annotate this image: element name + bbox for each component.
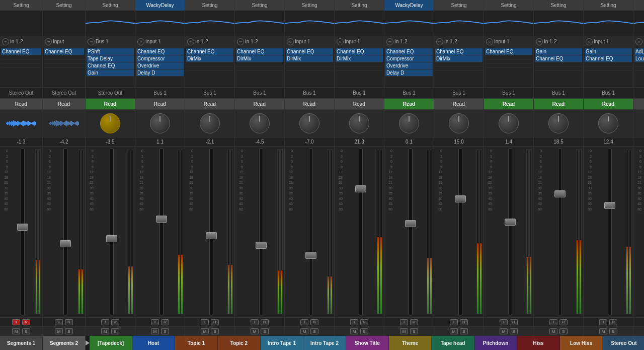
i-button-theme[interactable]: I [450,319,458,325]
r-button-theme[interactable]: R [460,319,468,325]
label-tapedeck[interactable]: [Tapedeck] [90,336,132,350]
plugin-item[interactable]: Compressor [136,55,184,62]
plugin-item[interactable]: Compressor [385,55,433,62]
fader-area-hiss[interactable]: 03691218213035404560 [584,147,633,318]
plugin-item[interactable]: Channel EQ [585,55,632,62]
read-button-seg1[interactable]: Read [0,99,42,110]
r-button-host[interactable]: R [161,319,169,325]
knob-topic1[interactable] [200,113,220,133]
plugin-item[interactable]: Gain [535,48,582,55]
mute-button-seg2[interactable]: M [55,328,63,334]
read-button-hiss[interactable]: Read [584,99,633,110]
read-button-lowhiss[interactable]: Read [633,99,644,110]
r-button-pitchdown[interactable]: R [559,319,568,325]
label-lowhiss[interactable]: Low Hiss [560,336,603,350]
plugin-item[interactable]: Delay D [385,69,433,77]
plugin-item[interactable]: Tape Delay [87,55,134,62]
i-button-host[interactable]: I [151,319,159,325]
plugin-item[interactable]: PShft [87,48,134,55]
solo-button-theme[interactable]: S [460,328,468,334]
plugin-item[interactable]: Channel EQ [336,48,383,55]
knob-tapehead[interactable] [499,113,519,133]
label-stereoout[interactable]: Stereo Out [603,336,644,350]
play-button[interactable] [86,336,90,350]
read-button-tapehead[interactable]: Read [484,99,533,110]
r-button-seg1[interactable]: R [22,319,30,325]
mute-button-seg1[interactable]: M [12,328,20,334]
knob-theme[interactable] [449,113,469,133]
i-button-introtape2[interactable]: I [350,319,358,325]
r-button-topic1[interactable]: R [211,319,219,325]
mute-button-tapehead[interactable]: M [500,328,508,334]
plugin-item[interactable]: Channel EQ [87,62,134,69]
label-showtitle[interactable]: Show Title [346,336,389,350]
mute-button-pitchdown[interactable]: M [549,328,557,334]
label-theme[interactable]: Theme [389,336,432,350]
label-seg1[interactable]: Segments 1 [0,336,43,350]
i-button-tapehead[interactable]: I [500,319,508,325]
fader-area-introtape2[interactable]: 03691218213035404560 [335,147,384,318]
read-button-seg2[interactable]: Read [43,99,85,110]
i-button-hiss[interactable]: I [599,319,607,325]
i-button-showtitle[interactable]: I [400,319,408,325]
fader-area-seg1[interactable]: 03691218213035404560 [0,147,42,318]
read-button-host[interactable]: Read [135,99,185,110]
read-button-tapedeck[interactable]: Read [86,99,135,110]
knob-tapedeck[interactable] [100,113,120,133]
solo-button-tapehead[interactable]: S [510,328,518,334]
i-button-pitchdown[interactable]: I [549,319,557,325]
plugin-item[interactable]: Channel EQ [236,48,283,55]
solo-button-topic1[interactable]: S [211,328,219,334]
knob-hiss[interactable] [598,113,618,133]
r-button-introtape1[interactable]: R [310,319,318,325]
solo-button-seg2[interactable]: S [65,328,73,334]
fader-area-seg2[interactable]: 03691218213035404560 [43,147,85,318]
knob-showtitle[interactable] [399,113,419,133]
plugin-item[interactable]: Channel EQ [136,48,184,55]
mute-button-tapedeck[interactable]: M [101,328,109,334]
fader-area-host[interactable]: 03691218213035404560 [135,147,185,318]
read-button-topic1[interactable]: Read [185,99,234,110]
solo-button-introtape2[interactable]: S [360,328,368,334]
fader-area-tapehead[interactable]: 03691218213035404560 [484,147,533,318]
solo-button-showtitle[interactable]: S [410,328,418,334]
r-button-tapedeck[interactable]: R [111,319,119,325]
solo-button-seg1[interactable]: S [22,328,30,334]
mute-button-topic2[interactable]: M [251,328,259,334]
read-button-topic2[interactable]: Read [235,99,284,110]
plugin-item[interactable]: DirMix [336,55,383,62]
plugin-item[interactable]: DirMix [186,55,233,62]
label-topic2[interactable]: Topic 2 [218,336,261,350]
knob-introtape1[interactable] [299,113,319,133]
knob-topic2[interactable] [250,113,270,133]
mute-button-host[interactable]: M [151,328,159,334]
fader-area-topic2[interactable]: 03691218213035404560 [235,147,284,318]
read-button-showtitle[interactable]: Read [384,99,434,110]
fader-area-showtitle[interactable]: 03691218213035404560 [384,147,434,318]
plugin-item[interactable]: Channel EQ [186,48,233,55]
mute-button-topic1[interactable]: M [201,328,209,334]
label-pitchdown[interactable]: Pitchdown [474,336,517,350]
knob-host[interactable] [150,113,170,133]
mute-button-showtitle[interactable]: M [400,328,408,334]
solo-button-hiss[interactable]: S [609,328,617,334]
label-seg2[interactable]: Segments 2 [43,336,86,350]
plugin-item[interactable]: Overdrive [385,62,433,69]
r-button-showtitle[interactable]: R [410,319,418,325]
plugin-item[interactable]: Gain [585,48,632,55]
solo-button-host[interactable]: S [161,328,169,334]
label-host[interactable]: Host [132,336,175,350]
plugin-item[interactable]: DirMix [286,55,333,62]
mute-button-introtape1[interactable]: M [300,328,308,334]
solo-button-pitchdown[interactable]: S [559,328,568,334]
read-button-pitchdown[interactable]: Read [534,99,583,110]
i-button-seg1[interactable]: I [12,319,20,325]
fader-area-introtape1[interactable]: 03691218213035404560 [285,147,334,318]
plugin-item[interactable]: Channel EQ [44,48,84,55]
plugin-item[interactable]: Loudness [634,55,644,62]
mute-button-introtape2[interactable]: M [350,328,358,334]
label-hiss[interactable]: Hiss [517,336,560,350]
i-button-tapedeck[interactable]: I [101,319,109,325]
plugin-item[interactable]: Channel EQ [385,48,433,55]
plugin-item[interactable]: Channel EQ [1,48,41,55]
